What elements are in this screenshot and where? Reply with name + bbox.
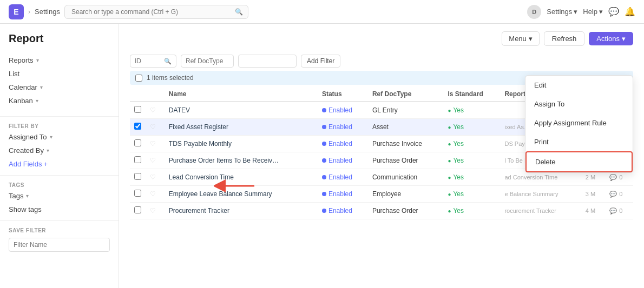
- sidebar-item-tags[interactable]: Tags ▾: [0, 189, 119, 203]
- toolbar-right: Menu ▾ Refresh Actions ▾: [502, 31, 633, 46]
- table-row: ♡ Employee Leave Balance Summary Enabled…: [130, 186, 633, 203]
- sidebar-item-show-tags[interactable]: Show tags: [0, 203, 119, 216]
- favorite-icon[interactable]: ♡: [150, 157, 156, 164]
- breadcrumb-separator: ›: [28, 8, 30, 16]
- row-comments: 💬 0: [605, 203, 633, 219]
- filter-bar: 🔍 Add Filter: [119, 51, 644, 71]
- row-checkbox[interactable]: [134, 173, 141, 180]
- sidebar-kanban-label: Kanban: [9, 97, 33, 105]
- row-report-name: e Balance Summary: [500, 186, 581, 203]
- sidebar-item-add-fields[interactable]: Add Fields +: [0, 157, 119, 171]
- row-checkbox[interactable]: [134, 106, 141, 113]
- add-filter-button[interactable]: Add Filter: [301, 55, 340, 68]
- row-ref-doctype: Employee: [368, 186, 444, 203]
- third-filter-input[interactable]: [243, 57, 292, 65]
- status-badge: Enabled: [322, 123, 364, 131]
- row-checkbox[interactable]: [134, 206, 141, 213]
- row-name[interactable]: Lead Conversion Time: [165, 169, 318, 186]
- chat-icon[interactable]: 💬: [608, 6, 619, 17]
- row-name[interactable]: TDS Payable Monthly: [165, 136, 318, 152]
- actions-dropdown: EditAssign ToApply Assignment RulePrintD…: [525, 75, 633, 173]
- favorite-icon[interactable]: ♡: [150, 173, 156, 181]
- row-is-standard: ●Yes: [443, 186, 500, 203]
- row-is-standard: ●Yes: [443, 169, 500, 186]
- row-checkbox-cell: [130, 119, 146, 136]
- settings-nav-btn[interactable]: Settings ▾: [547, 8, 577, 16]
- row-status: Enabled: [318, 186, 368, 203]
- dropdown-item-assign-to[interactable]: Assign To: [525, 95, 633, 113]
- favorite-icon[interactable]: ♡: [150, 106, 156, 114]
- row-checkbox[interactable]: [134, 190, 141, 197]
- divider: [0, 175, 119, 176]
- sidebar-calendar-label: Calendar: [9, 83, 37, 91]
- row-name[interactable]: Purchase Order Items To Be Receiv…: [165, 152, 318, 169]
- search-icon: 🔍: [235, 8, 243, 16]
- row-checkbox[interactable]: [134, 139, 141, 146]
- filter-name-input[interactable]: [9, 238, 110, 252]
- sidebar-item-list[interactable]: List: [0, 67, 119, 81]
- dropdown-item-apply-assignment-rule[interactable]: Apply Assignment Rule: [525, 113, 633, 132]
- menu-button[interactable]: Menu ▾: [502, 31, 540, 46]
- dropdown-item-delete[interactable]: Delete: [525, 151, 633, 172]
- select-all-checkbox[interactable]: [135, 75, 142, 82]
- sidebar: Report Reports ▾ List Calendar ▾ Kanban …: [0, 24, 119, 288]
- table-row: ♡ Procurement Tracker Enabled Purchase O…: [130, 203, 633, 219]
- row-checkbox[interactable]: [134, 123, 141, 130]
- app-icon[interactable]: E: [9, 4, 24, 19]
- chevron-down-icon: ▾: [529, 35, 533, 43]
- row-name[interactable]: Fixed Asset Register: [165, 119, 318, 136]
- row-checkbox-cell: [130, 152, 146, 169]
- row-ref-doctype: GL Entry: [368, 102, 444, 119]
- sidebar-item-reports[interactable]: Reports ▾: [0, 53, 119, 67]
- comment-icon: 💬: [609, 174, 617, 181]
- row-name[interactable]: Procurement Tracker: [165, 203, 318, 219]
- row-is-standard: ●Yes: [443, 203, 500, 219]
- chevron-down-icon: ▾: [36, 57, 39, 63]
- row-is-standard: ●Yes: [443, 119, 500, 136]
- row-name[interactable]: Employee Leave Balance Summary: [165, 186, 318, 203]
- favorite-icon[interactable]: ♡: [150, 140, 156, 148]
- row-fav: ♡: [146, 102, 165, 119]
- dropdown-item-edit[interactable]: Edit: [525, 76, 633, 95]
- row-fav: ♡: [146, 119, 165, 136]
- avatar: D: [527, 5, 541, 19]
- favorite-icon[interactable]: ♡: [150, 123, 156, 131]
- id-filter: 🔍: [130, 55, 176, 68]
- breadcrumb-settings[interactable]: Settings: [35, 8, 60, 16]
- notification-icon[interactable]: 🔔: [625, 6, 635, 17]
- actions-button[interactable]: Actions ▾: [589, 32, 633, 45]
- sidebar-item-created-by[interactable]: Created By ▾: [0, 144, 119, 157]
- status-badge: Enabled: [322, 106, 364, 114]
- row-checkbox-cell: [130, 102, 146, 119]
- col-is-standard: Is Standard: [443, 87, 500, 102]
- search-input[interactable]: [64, 5, 248, 19]
- favorite-icon[interactable]: ♡: [150, 207, 156, 215]
- col-fav: [146, 87, 165, 102]
- third-filter: [238, 55, 297, 68]
- chevron-down-icon: ▾: [36, 98, 38, 104]
- sidebar-item-assigned-to[interactable]: Assigned To ▾: [0, 130, 119, 144]
- row-checkbox[interactable]: [134, 156, 141, 163]
- row-ref-doctype: Purchase Order: [368, 203, 444, 219]
- is-standard-value: ●Yes: [448, 173, 496, 181]
- divider: [0, 116, 119, 117]
- nav-right: D Settings ▾ Help ▾ 💬 🔔: [527, 5, 635, 19]
- id-filter-input[interactable]: [135, 57, 162, 65]
- nav-left: E › Settings 🔍: [9, 4, 521, 19]
- content-area: Menu ▾ Refresh Actions ▾ 🔍: [119, 24, 644, 288]
- toolbar: Menu ▾ Refresh Actions ▾: [119, 24, 644, 51]
- dropdown-item-print[interactable]: Print: [525, 132, 633, 151]
- refresh-button[interactable]: Refresh: [544, 31, 585, 46]
- sidebar-title: Report: [0, 32, 119, 53]
- chevron-down-icon: ▾: [50, 134, 52, 140]
- status-badge: Enabled: [322, 173, 364, 181]
- search-bar: 🔍: [64, 5, 248, 19]
- ref-doctype-filter-input[interactable]: [186, 57, 229, 65]
- row-name[interactable]: DATEV: [165, 102, 318, 119]
- sidebar-reports-label: Reports: [9, 56, 34, 64]
- row-ref-doctype: Communication: [368, 169, 444, 186]
- favorite-icon[interactable]: ♡: [150, 190, 156, 198]
- help-nav-btn[interactable]: Help ▾: [583, 8, 603, 16]
- sidebar-item-calendar[interactable]: Calendar ▾: [0, 81, 119, 94]
- sidebar-item-kanban[interactable]: Kanban ▾: [0, 94, 119, 108]
